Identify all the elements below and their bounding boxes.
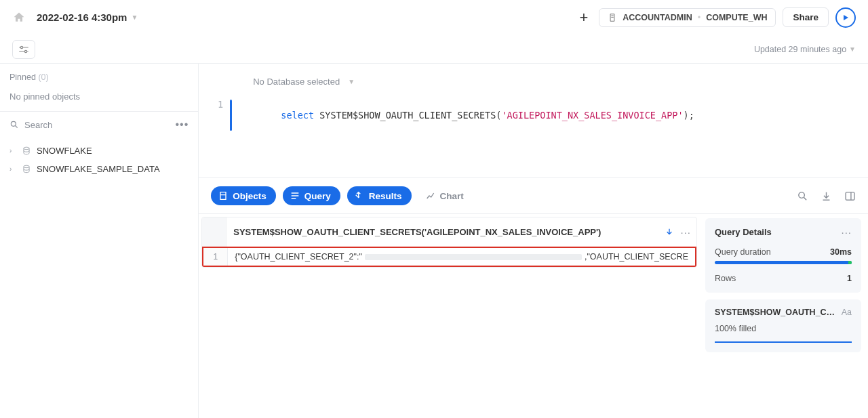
chart-icon (425, 190, 436, 201)
duration-value: 30ms (830, 247, 852, 257)
database-icon (22, 165, 31, 174)
chevron-down-icon: ▼ (849, 45, 856, 53)
rows-value: 1 (847, 274, 852, 283)
tab-query[interactable]: Query (283, 186, 340, 205)
column-detail-name: SYSTEM$SHOW_OAUTH_CLIENT_SE... (715, 308, 837, 317)
db-tree-item[interactable]: › SNOWFLAKE_SAMPLE_DATA (0, 160, 198, 178)
db-tree-label: SNOWFLAKE_SAMPLE_DATA (37, 164, 160, 174)
filled-text: 100% filled (715, 324, 852, 333)
objects-icon (218, 190, 229, 201)
query-icon (290, 190, 300, 201)
pinned-heading: Pinned (0) (9, 72, 49, 82)
db-tree-label: SNOWFLAKE (37, 146, 92, 156)
svg-point-0 (20, 46, 22, 48)
pinned-empty-text: No pinned objects (0, 86, 198, 111)
filled-bar (715, 341, 852, 343)
filter-button[interactable] (12, 40, 35, 59)
role-icon (608, 13, 617, 22)
search-icon (9, 120, 19, 129)
run-button[interactable] (835, 7, 856, 28)
role-warehouse-select[interactable]: ACCOUNTADMIN • COMPUTE_WH (599, 8, 776, 27)
sidebar-search[interactable]: Search ••• (0, 112, 198, 138)
results-table: SYSTEM$SHOW_OAUTH_CLIENT_SECRETS('AGILEP… (201, 217, 697, 268)
svg-point-3 (24, 147, 29, 150)
search-results-icon[interactable] (797, 190, 808, 202)
row-number: 1 (203, 248, 228, 266)
type-badge: Aa (842, 308, 852, 317)
duration-label: Query duration (715, 247, 771, 257)
tab-objects[interactable]: Objects (211, 186, 276, 205)
new-worksheet-button[interactable]: + (575, 6, 592, 29)
table-row[interactable]: 1 {"OAUTH_CLIENT_SECRET_2":" ,"OAUTH_CLI… (202, 247, 696, 267)
svg-point-5 (799, 192, 805, 198)
download-icon[interactable] (821, 190, 832, 202)
column-header[interactable]: SYSTEM$SHOW_OAUTH_CLIENT_SECRETS('AGILEP… (226, 227, 658, 237)
column-more-icon[interactable]: ··· (680, 226, 691, 238)
svg-point-1 (24, 50, 26, 52)
tab-chart[interactable]: Chart (418, 186, 473, 205)
svg-point-4 (24, 165, 29, 168)
redacted-secret (365, 254, 582, 260)
share-button[interactable]: Share (783, 7, 829, 27)
last-updated[interactable]: Updated 29 minutes ago ▼ (754, 45, 856, 54)
chevron-right-icon: › (9, 165, 16, 173)
result-cell[interactable]: {"OAUTH_CLIENT_SECRET_2":" ,"OAUTH_CLIEN… (228, 252, 695, 262)
sidebar-more-button[interactable]: ••• (175, 119, 189, 131)
chevron-right-icon: › (9, 147, 16, 154)
chevron-down-icon: ▼ (348, 78, 355, 85)
column-download-icon[interactable] (664, 227, 675, 238)
query-details-title: Query Details (715, 227, 772, 237)
home-icon[interactable] (12, 11, 26, 24)
svg-rect-6 (846, 192, 854, 199)
sql-editor[interactable]: 1 select SYSTEM$SHOW_OAUTH_CLIENT_SECRET… (199, 89, 868, 131)
sliders-icon (18, 45, 30, 54)
rows-label: Rows (715, 274, 736, 283)
worksheet-name[interactable]: 2022-02-16 4:30pm ▼ (37, 12, 138, 23)
worksheet-name-text: 2022-02-16 4:30pm (37, 12, 127, 23)
query-details-panel: Query Details ··· Query duration 30ms Ro… (705, 214, 868, 418)
code-line: select SYSTEM$SHOW_OAUTH_CLIENT_SECRETS(… (237, 99, 868, 131)
database-icon (22, 146, 31, 156)
tab-results[interactable]: Results (347, 186, 412, 205)
db-tree-item[interactable]: › SNOWFLAKE (0, 142, 198, 160)
details-more-icon[interactable]: ··· (841, 226, 852, 238)
play-icon (842, 14, 850, 22)
role-label: ACCOUNTADMIN (623, 13, 692, 22)
row-number-header (202, 217, 226, 247)
duration-bar (715, 261, 852, 264)
results-icon (354, 190, 365, 201)
warehouse-label: COMPUTE_WH (706, 13, 767, 22)
object-sidebar: Pinned (0) No pinned objects Search ••• … (0, 64, 199, 418)
chevron-down-icon: ▼ (131, 14, 138, 21)
svg-point-2 (11, 121, 16, 126)
database-select[interactable]: No Database selected ▼ (253, 77, 355, 87)
panel-toggle-icon[interactable] (844, 190, 856, 202)
